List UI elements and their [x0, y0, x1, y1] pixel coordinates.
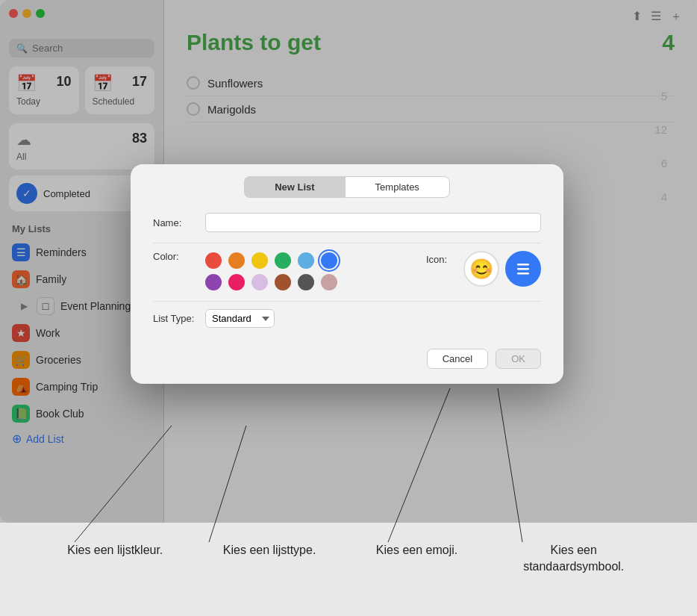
tab-templates[interactable]: Templates — [345, 176, 450, 198]
icon-options: 😊 — [463, 251, 541, 287]
annotation-emoji: Kies een emoji. — [376, 542, 457, 576]
dialog-body: Name: Color: — [131, 207, 563, 349]
list-type-select[interactable]: Standard Grocery Smart List — [205, 309, 275, 328]
annotation-type: Kies een lijsttype. — [223, 542, 316, 576]
icons-section: Icon: 😊 — [426, 251, 541, 290]
color-mauve[interactable] — [321, 274, 337, 290]
color-yellow[interactable] — [251, 252, 268, 269]
color-red[interactable] — [205, 252, 222, 269]
color-purple[interactable] — [205, 274, 222, 290]
annotation-texts: Kies een lijstkleur. Kies een lijsttype.… — [0, 542, 697, 576]
list-icon-svg — [514, 260, 532, 278]
dialog-buttons: Cancel OK — [131, 349, 563, 369]
color-orange[interactable] — [228, 252, 245, 269]
colors-label-row: Color: — [153, 251, 411, 290]
color-brown[interactable] — [275, 274, 291, 290]
divider2 — [153, 301, 541, 302]
name-row: Name: — [153, 213, 541, 232]
color-pink[interactable] — [228, 274, 245, 290]
color-darkgray[interactable] — [298, 274, 314, 290]
color-green[interactable] — [275, 252, 291, 269]
dialog-tabs: New List Templates — [131, 164, 563, 207]
color-blue[interactable] — [321, 252, 337, 269]
list-type-row: List Type: Standard Grocery Smart List — [153, 309, 541, 328]
tab-new-list[interactable]: New List — [244, 176, 344, 198]
svg-rect-0 — [517, 264, 529, 266]
cancel-button[interactable]: Cancel — [427, 349, 488, 369]
color-label: Color: — [153, 251, 198, 262]
color-grid — [205, 252, 339, 290]
colors-icons-row: Color: — [153, 251, 541, 290]
color-lavender[interactable] — [251, 274, 268, 290]
icon-label: Icon: — [426, 251, 456, 265]
color-lightblue[interactable] — [298, 252, 314, 269]
colors-section: Color: — [153, 251, 411, 290]
name-label: Name: — [153, 217, 198, 228]
svg-rect-2 — [517, 273, 529, 275]
icon-list[interactable] — [505, 251, 541, 287]
divider — [153, 243, 541, 243]
name-input[interactable] — [205, 213, 541, 232]
icon-emoji[interactable]: 😊 — [463, 251, 499, 287]
ok-button[interactable]: OK — [496, 349, 541, 369]
svg-rect-1 — [517, 268, 529, 270]
annotation-color: Kies een lijstkleur. — [67, 542, 163, 576]
list-type-label: List Type: — [153, 313, 198, 324]
new-list-dialog: New List Templates Name: Color: — [131, 164, 563, 384]
annotation-symbol: Kies een standaardsymbool. — [518, 542, 630, 576]
